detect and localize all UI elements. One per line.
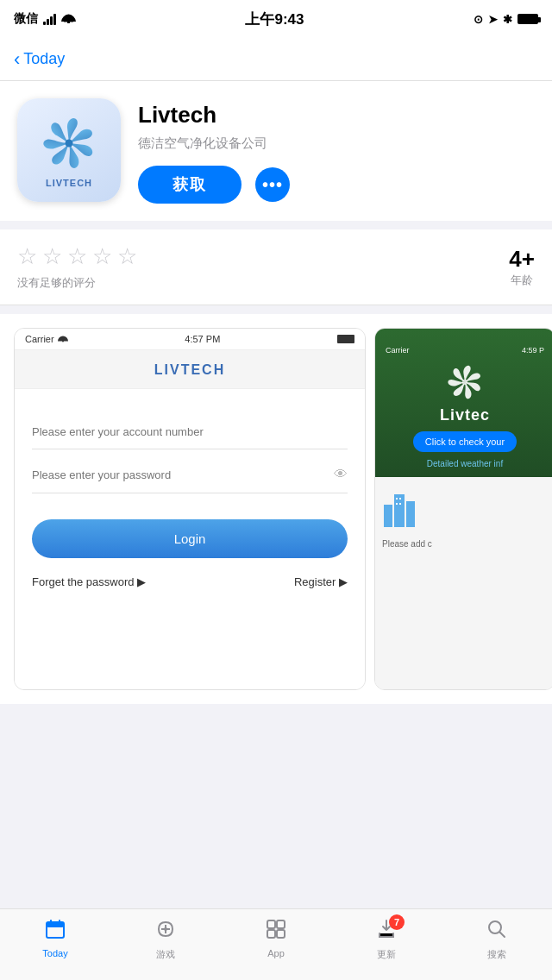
ss-time: 4:57 PM [185,334,220,344]
divider-1 [0,221,552,229]
tab-updates-label: 更新 [377,948,396,961]
age-label: 年龄 [509,273,535,288]
tab-today-label: Today [42,948,67,958]
wifi-icon [61,12,76,26]
app-header: LIVTECH Livtech 德洁空气净化设备公司 获取 ••• [0,81,552,221]
bluetooth-icon: ✱ [503,13,512,26]
ss-body: 👁 Login Forget the password ▶ Register ▶ [15,389,365,689]
battery-icon [518,14,538,24]
svg-rect-18 [267,930,275,938]
updates-icon: 7 [375,918,398,945]
chevron-left-icon: ‹ [14,48,20,71]
app-buttons: 获取 ••• [138,166,535,204]
status-right: ⊙ ➤ ✱ [474,13,538,26]
ss2-content: Carrier 4:59 P [375,329,552,689]
ss-logo-bar: LIVTECH [15,350,365,389]
ss-carrier-label: Carrier [25,334,54,344]
star-4: ☆ [92,243,112,270]
ss-password-input[interactable] [32,468,334,481]
app-name: Livtech [138,102,535,129]
svg-rect-19 [277,930,285,938]
signal-bars-icon [43,14,56,25]
status-left: 微信 [14,11,76,27]
ss2-time: 4:59 P [522,346,544,355]
svg-point-15 [164,927,167,931]
stars-row: ☆ ☆ ☆ ☆ ☆ [17,243,137,270]
ss2-check-button[interactable]: Click to check your [413,431,517,452]
svg-point-0 [66,140,73,148]
icon-label-text: LIVTECH [46,178,92,188]
svg-rect-8 [399,503,401,505]
ss2-bottom: Please add c [375,477,552,689]
ss2-city-icon [382,486,548,529]
app-icon-tab [265,918,287,945]
navigation-icon: ➤ [488,13,498,26]
tab-app-label: App [267,948,285,958]
no-rating-text: 没有足够的评分 [17,275,137,291]
app-subtitle: 德洁空气净化设备公司 [138,134,535,152]
tab-updates[interactable]: 7 更新 [331,918,442,961]
back-label: Today [23,50,65,68]
ratings-section: ☆ ☆ ☆ ☆ ☆ 没有足够的评分 4+ 年龄 [0,229,552,305]
tab-today[interactable]: Today [0,918,110,958]
more-button[interactable]: ••• [255,167,290,202]
get-button[interactable]: 获取 [138,166,242,204]
ss-battery [337,335,354,343]
buildings-icon [382,486,417,529]
updates-badge: 7 [389,914,405,930]
svg-point-1 [462,380,467,385]
games-icon [154,918,177,945]
tab-games[interactable]: 游戏 [110,918,221,961]
svg-rect-3 [384,505,392,527]
ss2-flower-icon [444,361,486,403]
status-bar: 微信 上午9:43 ⊙ ➤ ✱ [0,0,552,38]
app-info: Livtech 德洁空气净化设备公司 获取 ••• [138,98,535,204]
location-icon: ⊙ [474,13,483,26]
ss2-carrier: Carrier [386,346,410,355]
age-number: 4+ [509,246,535,273]
ss-login-button[interactable]: Login [32,519,348,558]
carrier-label: 微信 [14,11,38,27]
star-3: ☆ [67,243,87,270]
screenshots-row: Carrier 4:57 PM LIVTECH [0,328,552,690]
login-screen-preview: Carrier 4:57 PM LIVTECH [15,329,365,689]
ss-wifi-icon [58,334,68,344]
screenshots-section: Carrier 4:57 PM LIVTECH [0,314,552,704]
ss2-weather-text: Detailed weather inf [427,459,503,468]
ratings-left: ☆ ☆ ☆ ☆ ☆ 没有足够的评分 [17,243,137,291]
svg-line-21 [500,933,505,938]
forget-password-link[interactable]: Forget the password ▶ [32,575,146,588]
tab-games-label: 游戏 [156,948,175,961]
status-time: 上午9:43 [245,9,304,29]
eye-icon: 👁 [334,467,348,482]
register-link[interactable]: Register ▶ [294,575,348,588]
ss-status-bar: Carrier 4:57 PM [15,329,365,350]
flower-logo-icon [38,112,100,174]
nav-bar: ‹ Today [0,38,552,81]
back-button[interactable]: ‹ Today [14,48,65,71]
tab-search[interactable]: 搜索 [442,918,552,961]
ss2-brand-text: Livtec [440,406,490,424]
svg-rect-4 [406,501,415,527]
main-content: LIVTECH Livtech 德洁空气净化设备公司 获取 ••• ☆ ☆ ☆ … [0,81,552,776]
search-icon [486,918,508,945]
divider-2 [0,305,552,314]
ss-links: Forget the password ▶ Register ▶ [32,575,348,588]
screenshot-2[interactable]: Carrier 4:59 P [374,328,552,690]
svg-rect-16 [267,920,275,928]
today-icon [44,918,66,945]
ss2-top: Carrier 4:59 P [375,329,552,477]
app-icon: LIVTECH [17,98,121,202]
ss-logo: LIVTECH [154,362,225,377]
ss-account-input[interactable] [32,415,348,449]
tab-app[interactable]: App [221,918,331,958]
star-1: ☆ [17,243,37,270]
svg-rect-6 [399,498,401,499]
svg-rect-17 [277,920,285,928]
screenshot-1[interactable]: Carrier 4:57 PM LIVTECH [14,328,366,690]
tab-search-label: 搜索 [487,948,506,961]
star-5: ☆ [117,243,137,270]
tab-bar: Today 游戏 App 7 更新 搜索 [0,908,552,980]
svg-rect-7 [396,503,398,505]
svg-rect-5 [396,498,398,499]
